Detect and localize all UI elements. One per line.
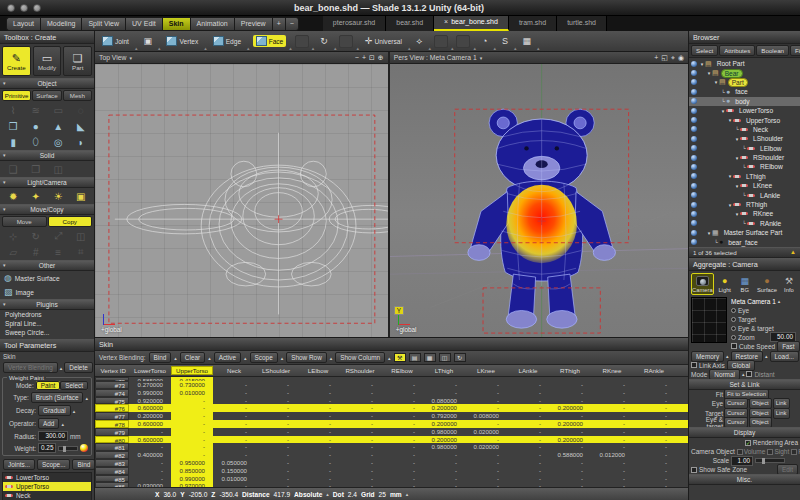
- column-header-lelbow[interactable]: LElbow: [297, 367, 339, 374]
- master-surface-item[interactable]: ◍Master Surface: [0, 271, 94, 285]
- tree-item-uppertorso[interactable]: ▾UpperTorso: [689, 115, 800, 124]
- weight-cell[interactable]: -: [591, 420, 633, 428]
- weight-cell[interactable]: 0.020000: [465, 443, 507, 451]
- weight-cell[interactable]: -: [255, 467, 297, 475]
- weight-cell[interactable]: 0.200000: [423, 404, 465, 412]
- weight-cell[interactable]: -: [633, 412, 675, 420]
- weight-cell[interactable]: -: [591, 412, 633, 420]
- tree-item-lelbow[interactable]: └LElbow: [689, 144, 800, 153]
- weight-cell[interactable]: -: [381, 436, 423, 444]
- weight-cell[interactable]: -: [507, 451, 549, 459]
- visibility-toggle-icon[interactable]: [691, 145, 697, 151]
- browser-attributes-button[interactable]: Attributes: [719, 45, 755, 56]
- weight-cell[interactable]: -: [255, 420, 297, 428]
- weight-cell[interactable]: -: [633, 404, 675, 412]
- column-header-lowertorso[interactable]: LowerTorso: [129, 367, 171, 374]
- weight-cell[interactable]: -: [297, 412, 339, 420]
- weight-cell[interactable]: -: [297, 389, 339, 397]
- weight-cell[interactable]: -: [297, 397, 339, 405]
- cone-icon[interactable]: ▲: [47, 118, 70, 134]
- vertex-mode-icon[interactable]: Vertex: [163, 35, 201, 47]
- vertex-blending-dropdown-icon[interactable]: ▴: [60, 365, 63, 371]
- tree-item-part[interactable]: ▾▤Part: [689, 78, 800, 87]
- weight-cell[interactable]: -: [381, 467, 423, 475]
- workspace-tab--[interactable]: −: [285, 17, 299, 31]
- wrench-icon[interactable]: ⚒: [394, 353, 406, 362]
- weight-cell[interactable]: -: [129, 459, 171, 467]
- weight-cell[interactable]: -: [549, 459, 591, 467]
- weight-cell[interactable]: -: [465, 381, 507, 389]
- weight-cell[interactable]: -: [339, 459, 381, 467]
- doc-tab-turtle-shd[interactable]: turtle.shd: [557, 16, 607, 31]
- cube-icon[interactable]: ❒: [2, 118, 25, 134]
- weight-cell[interactable]: -: [255, 459, 297, 467]
- weight-cell[interactable]: -: [549, 475, 591, 483]
- weight-cell[interactable]: -: [591, 389, 633, 397]
- browser-find-button[interactable]: Find: [790, 45, 800, 56]
- weight-cell[interactable]: -: [255, 404, 297, 412]
- weight-cell[interactable]: -: [171, 443, 213, 451]
- face-mode-icon[interactable]: Face: [253, 35, 287, 47]
- weight-cell[interactable]: -: [465, 404, 507, 412]
- workspace-tab-preview[interactable]: Preview: [234, 17, 272, 31]
- weight-cell[interactable]: -: [633, 467, 675, 475]
- camera-preview[interactable]: [691, 297, 727, 343]
- joint-item-neck[interactable]: Neck: [3, 491, 91, 500]
- column-header-lshoulder[interactable]: LShoulder: [255, 367, 297, 374]
- memory-button[interactable]: Memory: [691, 351, 724, 362]
- palette-icon[interactable]: ▤: [409, 353, 421, 362]
- weight-cell[interactable]: -: [423, 451, 465, 459]
- weight-cell[interactable]: -: [381, 459, 423, 467]
- joint-item-lowertorso[interactable]: LowerTorso: [3, 473, 91, 482]
- weight-cell[interactable]: -: [591, 475, 633, 483]
- pers-viewport-title[interactable]: Pers View : Meta Camera 1: [394, 54, 477, 61]
- edge-mode-icon[interactable]: Edge: [210, 35, 244, 47]
- table-icon[interactable]: ▦: [424, 353, 436, 362]
- doc-tab-bear-shd[interactable]: bear.shd: [386, 16, 434, 31]
- weight-cell[interactable]: -: [255, 428, 297, 436]
- weight-cell[interactable]: -: [213, 397, 255, 405]
- column-header-lankle[interactable]: LAnkle: [507, 367, 549, 374]
- rotate-icon[interactable]: ↻: [25, 228, 48, 244]
- rotate-view-icon[interactable]: ↻: [317, 35, 331, 47]
- visibility-toggle-icon[interactable]: [691, 211, 697, 217]
- weight-cell[interactable]: -: [297, 451, 339, 459]
- shear-icon[interactable]: ▱: [2, 244, 25, 260]
- weight-cell[interactable]: -: [255, 397, 297, 405]
- sphere-icon[interactable]: ●: [25, 118, 48, 134]
- object-tab-surface[interactable]: Surface: [32, 90, 61, 101]
- visibility-toggle-icon[interactable]: [691, 117, 697, 123]
- weight-cell[interactable]: 0.012000: [591, 451, 633, 459]
- torus-icon[interactable]: ◎: [47, 134, 70, 150]
- align-icon[interactable]: ≡: [47, 244, 70, 260]
- weight-cell[interactable]: -: [507, 397, 549, 405]
- weight-cell[interactable]: -: [171, 420, 213, 428]
- dropdown-icon[interactable]: ▴: [406, 491, 409, 497]
- table-row[interactable]: #760.600000------0.200000--0.200000--: [95, 404, 688, 412]
- tree-item-lshoulder[interactable]: ▾LShoulder: [689, 134, 800, 143]
- close-tab-icon[interactable]: ×: [444, 18, 448, 25]
- visibility-toggle-icon[interactable]: [691, 155, 697, 161]
- camera-icon[interactable]: ▣: [70, 188, 93, 204]
- aggregate-tab-bg[interactable]: ▦BG: [736, 273, 754, 295]
- decay-dropdown[interactable]: Gradual: [38, 405, 71, 416]
- vertex-id-cell[interactable]: #79: [95, 428, 129, 436]
- column-header-uppertorso[interactable]: UpperTorso: [171, 366, 213, 375]
- weight-cell[interactable]: -: [171, 404, 213, 412]
- weight-cell[interactable]: -: [255, 475, 297, 483]
- tree-item-rknee[interactable]: ▾RKnee: [689, 209, 800, 218]
- weight-cell[interactable]: -: [339, 389, 381, 397]
- weight-cell[interactable]: -: [465, 475, 507, 483]
- minimize-window-button[interactable]: [20, 4, 28, 12]
- universal-manipulator-icon[interactable]: ✛Universal: [362, 35, 405, 47]
- visibility-toggle-icon[interactable]: [691, 79, 697, 85]
- weight-cell[interactable]: -: [297, 467, 339, 475]
- weight-cell[interactable]: -: [591, 459, 633, 467]
- column-header-rankle[interactable]: RAnkle: [633, 367, 675, 374]
- snap-icon[interactable]: ⌗: [70, 244, 93, 260]
- weight-cell[interactable]: -: [591, 436, 633, 444]
- weight-cell[interactable]: 0.990000: [171, 475, 213, 483]
- translate-icon[interactable]: ⊹: [2, 228, 25, 244]
- scale-icon[interactable]: ⤢: [47, 228, 70, 244]
- weight-cell[interactable]: -: [339, 397, 381, 405]
